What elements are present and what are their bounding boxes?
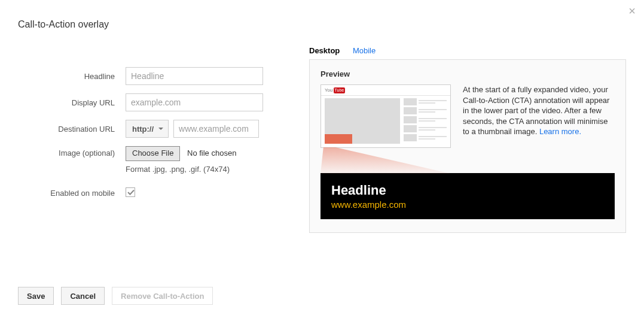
expansion-beam-icon: [321, 147, 451, 174]
dialog-root: × Call-to-Action overlay Headline Displa…: [0, 0, 644, 318]
preview-mock: YouTube: [321, 84, 451, 175]
tab-mobile[interactable]: Mobile: [353, 44, 376, 57]
choose-file-button[interactable]: Choose File: [126, 146, 180, 161]
headline-label: Headline: [18, 72, 126, 81]
chevron-down-icon: [158, 128, 163, 130]
save-button[interactable]: Save: [18, 287, 54, 305]
preview-box: Preview YouTube: [309, 59, 626, 233]
headline-input[interactable]: [126, 67, 263, 85]
preview-title: Preview: [321, 69, 615, 78]
protocol-value: http://: [132, 125, 154, 134]
mock-cta-thumbnail: [325, 134, 352, 144]
enabled-mobile-label: Enabled on mobile: [18, 189, 126, 198]
preview-description-text: At the start of a fully expanded video, …: [463, 85, 609, 136]
form-panel: Headline Display URL Destination URL htt…: [18, 44, 291, 233]
destination-url-label: Destination URL: [18, 125, 126, 134]
preview-description: At the start of a fully expanded video, …: [451, 84, 615, 175]
display-url-label: Display URL: [18, 98, 126, 107]
preview-panel: Desktop Mobile Preview YouTube: [291, 44, 626, 233]
close-icon[interactable]: ×: [628, 5, 636, 17]
file-status: No file chosen: [187, 149, 236, 158]
destination-url-input[interactable]: [173, 120, 259, 138]
display-url-input[interactable]: [126, 93, 263, 111]
youtube-logo-icon: YouTube: [325, 87, 345, 93]
learn-more-link[interactable]: Learn more.: [539, 127, 581, 136]
preview-cta-bar: Headline www.example.com: [321, 173, 615, 219]
preview-cta-url: www.example.com: [331, 199, 604, 210]
preview-tabs: Desktop Mobile: [309, 44, 626, 57]
tab-desktop[interactable]: Desktop: [309, 44, 340, 57]
check-icon: [127, 188, 135, 196]
page-title: Call-to-Action overlay: [18, 19, 626, 30]
protocol-select[interactable]: http://: [126, 120, 169, 138]
remove-cta-button[interactable]: Remove Call-to-Action: [112, 287, 213, 305]
svg-marker-0: [321, 147, 451, 174]
preview-cta-headline: Headline: [331, 183, 604, 198]
enabled-mobile-checkbox[interactable]: [126, 187, 135, 197]
format-hint: Format .jpg, .png, .gif. (74x74): [126, 165, 291, 174]
image-label: Image (optional): [18, 146, 126, 158]
cancel-button[interactable]: Cancel: [61, 287, 105, 305]
action-bar: Save Cancel Remove Call-to-Action: [18, 287, 213, 305]
mock-player: [325, 98, 400, 144]
